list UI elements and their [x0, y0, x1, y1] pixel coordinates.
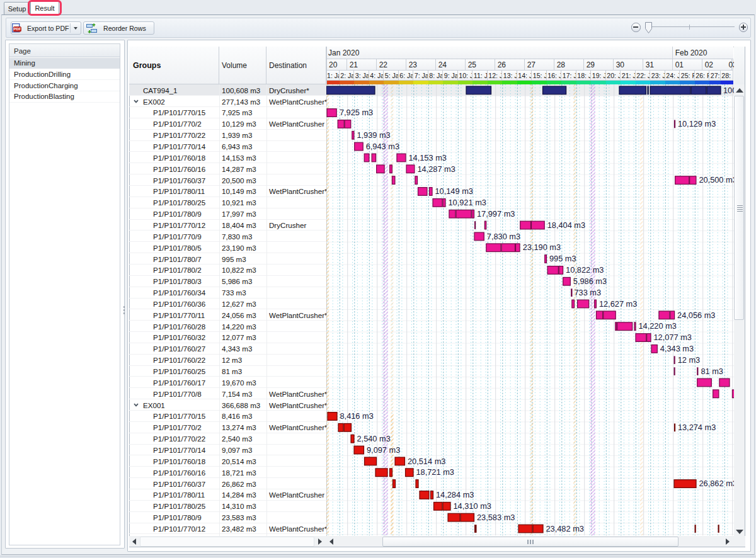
svg-text:18,721 m3: 18,721 m3 [416, 468, 454, 477]
svg-text:81 m3: 81 m3 [701, 367, 723, 376]
svg-text:17,997 m3: 17,997 m3 [477, 209, 515, 219]
svg-text:10,149 m3: 10,149 m3 [435, 187, 472, 196]
svg-text:100,60: 100,60 [723, 86, 733, 95]
svg-text:24,056 m3: 24,056 m3 [677, 310, 715, 320]
svg-text:10,822 m3: 10,822 m3 [566, 266, 604, 275]
svg-text:20,500 m3: 20,500 m3 [699, 176, 734, 185]
svg-text:PDF: PDF [13, 27, 21, 31]
svg-text:14,220 m3: 14,220 m3 [638, 322, 676, 331]
svg-text:12 m3: 12 m3 [677, 355, 700, 365]
svg-text:995 m3: 995 m3 [549, 254, 576, 264]
svg-text:5,986 m3: 5,986 m3 [573, 276, 606, 286]
svg-text:733 m3: 733 m3 [574, 288, 601, 297]
svg-text:8,416 m3: 8,416 m3 [340, 412, 373, 421]
svg-text:12,627 m3: 12,627 m3 [598, 299, 636, 309]
svg-text:4,343 m3: 4,343 m3 [660, 344, 693, 354]
svg-text:14,310 m3: 14,310 m3 [453, 501, 491, 511]
svg-text:26,862 m3: 26,862 m3 [699, 479, 734, 489]
svg-text:23,482 m3: 23,482 m3 [546, 524, 583, 533]
svg-text:14,284 m3: 14,284 m3 [436, 491, 474, 500]
svg-text:12,077 m3: 12,077 m3 [653, 333, 691, 343]
svg-text:23,583 m3: 23,583 m3 [477, 513, 515, 522]
svg-text:6,943 m3: 6,943 m3 [365, 142, 399, 151]
svg-text:23,190 m3: 23,190 m3 [522, 243, 560, 253]
svg-text:1,939 m3: 1,939 m3 [357, 130, 390, 140]
svg-text:18,404 m3: 18,404 m3 [547, 220, 585, 230]
svg-text:10,921 m3: 10,921 m3 [448, 198, 486, 207]
svg-text:20,514 m3: 20,514 m3 [408, 457, 445, 466]
svg-text:2,540 m3: 2,540 m3 [357, 434, 390, 443]
svg-text:14,287 m3: 14,287 m3 [417, 164, 455, 174]
svg-text:10,129 m3: 10,129 m3 [677, 120, 715, 129]
svg-text:9,097 m3: 9,097 m3 [367, 445, 400, 455]
svg-text:7,925 m3: 7,925 m3 [339, 108, 372, 118]
svg-text:14,153 m3: 14,153 m3 [408, 153, 446, 162]
svg-text:7,830 m3: 7,830 m3 [486, 232, 520, 241]
svg-text:13,274 m3: 13,274 m3 [677, 423, 715, 432]
